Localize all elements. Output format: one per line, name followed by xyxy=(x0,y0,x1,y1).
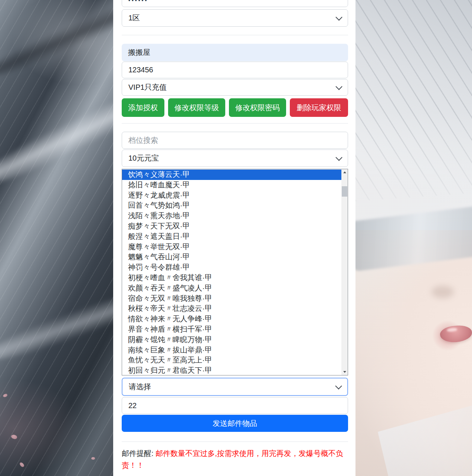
vip-level-select[interactable]: VIP1只充值 xyxy=(122,79,348,96)
listbox-option[interactable]: 饮鸿々义薄云天·甲 xyxy=(122,170,341,180)
modify-auth-password-button[interactable]: 修改权限密码 xyxy=(229,98,286,117)
quantity-input[interactable]: 22 xyxy=(122,397,348,414)
server-select[interactable]: 1区 xyxy=(122,9,348,27)
mail-target-select-value: 请选择 xyxy=(129,382,151,392)
tier-search-placeholder: 档位搜索 xyxy=(128,135,158,145)
vip-select-value: VIP1只充值 xyxy=(128,82,167,92)
nose-shadow xyxy=(432,286,454,298)
divider xyxy=(122,123,348,124)
glass-shard xyxy=(378,401,472,476)
password-input[interactable]: •••••• xyxy=(122,0,348,7)
scroll-up-icon[interactable] xyxy=(341,169,348,175)
listbox-option[interactable]: 魔尊々举世无双·甲 xyxy=(122,242,341,252)
chevron-down-icon xyxy=(335,383,342,389)
account-input-value: 123456 xyxy=(128,66,153,74)
server-select-value: 1区 xyxy=(128,13,140,23)
tier-select-value: 10元元宝 xyxy=(128,153,159,163)
listbox-option[interactable]: 回首々气势如鸿·甲 xyxy=(122,200,341,211)
auth-button-row: 添加授权 修改权限等级 修改权限密码 删除玩家权限 xyxy=(122,98,348,117)
light-streak xyxy=(0,279,113,370)
background-artwork-right xyxy=(355,0,472,476)
listbox-option[interactable]: 初梗々嗜血〃舍我其谁·甲 xyxy=(122,273,341,283)
listbox-option[interactable]: 痴梦々天下无双·甲 xyxy=(122,221,341,232)
item-listbox[interactable]: 饮鸿々义薄云天·甲捻旧々嗜血魔天·甲逐野々龙威虎震·甲回首々气势如鸿·甲浅陌々熏… xyxy=(122,169,348,375)
petal-decoration xyxy=(91,457,95,460)
listbox-option[interactable]: 南续々巨象〃拔山举鼎·甲 xyxy=(122,345,341,355)
dark-streak xyxy=(0,0,113,86)
quantity-input-value: 22 xyxy=(128,401,137,410)
scrollbar[interactable] xyxy=(341,169,348,375)
listbox-option[interactable]: 初回々归元〃君临天下·甲 xyxy=(122,365,341,375)
delete-player-auth-button[interactable]: 删除玩家权限 xyxy=(290,98,348,117)
masked-password-value: •••••• xyxy=(128,0,148,3)
petal-decoration xyxy=(10,434,17,440)
mail-notice-prefix: 邮件提醒: xyxy=(122,449,155,457)
lips xyxy=(439,324,472,343)
listbox-option[interactable]: 捻旧々嗜血魔天·甲 xyxy=(122,180,341,190)
tier-select[interactable]: 10元元宝 xyxy=(122,150,348,167)
listbox-option[interactable]: 魍魉々气吞山河·甲 xyxy=(122,252,341,262)
listbox-option[interactable]: 秋桜々帝天〃壮志凌云·甲 xyxy=(122,303,341,314)
chevron-down-icon xyxy=(335,154,342,161)
chevron-down-icon xyxy=(335,83,342,90)
chevron-down-icon xyxy=(335,14,342,20)
item-listbox-options: 饮鸿々义薄云天·甲捻旧々嗜血魔天·甲逐野々龙威虎震·甲回首々气势如鸿·甲浅陌々熏… xyxy=(122,170,341,375)
admin-panel: •••••• 1区 搬搬屋 123456 VIP1只充值 添加授权 修改权限等级… xyxy=(113,0,355,476)
listbox-option[interactable]: 神罚々号令群雄·甲 xyxy=(122,262,341,273)
tier-search-input[interactable]: 档位搜索 xyxy=(122,132,348,149)
petal-decoration xyxy=(19,462,24,468)
light-streak xyxy=(0,78,113,196)
listbox-option[interactable]: 逐野々龙威虎震·甲 xyxy=(122,190,341,201)
section-title: 搬搬屋 xyxy=(128,47,150,58)
modify-auth-level-button[interactable]: 修改权限等级 xyxy=(168,98,225,117)
listbox-option[interactable]: 宿命々无双〃唯我独尊·甲 xyxy=(122,293,341,304)
listbox-option[interactable]: 鱼忧々无天〃至高无上·甲 xyxy=(122,355,341,365)
listbox-option[interactable]: 界音々神盾〃横扫千军·甲 xyxy=(122,324,341,335)
scrollbar-thumb[interactable] xyxy=(342,186,347,197)
scroll-down-icon[interactable] xyxy=(341,369,348,375)
divider xyxy=(122,441,348,442)
listbox-option[interactable]: 浅陌々熏天赤地·甲 xyxy=(122,211,341,221)
add-auth-button[interactable]: 添加授权 xyxy=(122,98,164,117)
listbox-option[interactable]: 欢颜々吞天〃盛气凌人·甲 xyxy=(122,283,341,293)
send-mail-button[interactable]: 发送邮件物品 xyxy=(122,415,348,432)
listbox-option[interactable]: 般涅々遮天盖日·甲 xyxy=(122,232,341,242)
listbox-option[interactable]: 情欲々神来〃无人争峰·甲 xyxy=(122,314,341,324)
petal-decoration xyxy=(3,394,8,398)
section-header: 搬搬屋 xyxy=(122,44,348,61)
account-input[interactable]: 123456 xyxy=(122,62,348,78)
divider xyxy=(122,35,348,35)
mail-notice: 邮件提醒: 邮件数量不宜过多,按需求使用，用完再发，发爆号概不负责！！ xyxy=(122,447,349,471)
mail-target-select[interactable]: 请选择 xyxy=(122,378,348,396)
listbox-option[interactable]: 阴霾々馄饨〃睥睨万物·甲 xyxy=(122,335,341,345)
background-artwork-left xyxy=(0,0,113,476)
